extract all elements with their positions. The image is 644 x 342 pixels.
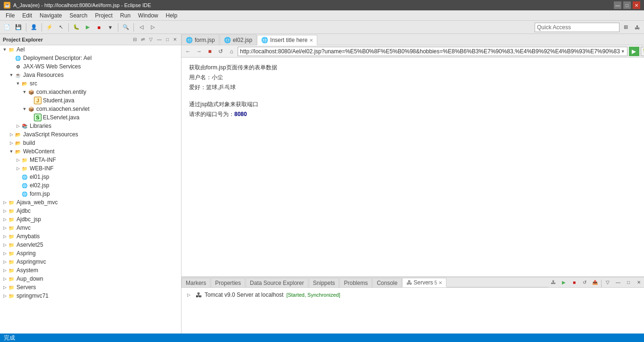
server-item[interactable]: ▷ 🖧 Tomcat v9.0 Server at localhost [Sta… (185, 290, 640, 300)
tree-item-aspring[interactable]: ▷📁Aspring (0, 249, 181, 258)
tree-item-springmvc71[interactable]: ▷📁springmvc71 (0, 292, 181, 300)
link-button[interactable]: ⇌ (140, 36, 146, 42)
bp-new-server-button[interactable]: 🖧 (548, 277, 559, 287)
tree-item-form[interactable]: 🌐form.jsp (0, 190, 181, 198)
panel-close-button[interactable]: ✕ (172, 36, 178, 42)
tree-toggle[interactable]: ▷ (2, 285, 8, 290)
tree-toggle[interactable]: ▷ (8, 132, 14, 137)
tree-toggle[interactable]: ▷ (8, 141, 14, 145)
tree-item-src[interactable]: ▼📂src (0, 79, 181, 88)
maximize-button[interactable]: □ (623, 1, 631, 9)
tree-item-libraries[interactable]: ▷📚Libraries (0, 122, 181, 130)
new-button[interactable]: 📄 (2, 22, 12, 33)
browser-forward-button[interactable]: → (194, 47, 204, 56)
tree-toggle[interactable]: ▼ (22, 90, 27, 94)
tree-item-elservlet[interactable]: SELServlet.java (0, 113, 181, 122)
menu-navigate[interactable]: Navigate (36, 11, 66, 20)
tree-toggle[interactable]: ▼ (15, 81, 21, 86)
tree-item-el01[interactable]: 🌐el01.jsp (0, 173, 181, 181)
bp-close-button[interactable]: ✕ (634, 277, 644, 287)
bp-stop-server-button[interactable]: ■ (569, 277, 579, 287)
browser-stop-button[interactable]: ■ (205, 47, 215, 56)
tree-item-ajdbc[interactable]: ▷📁Ajdbc (0, 207, 181, 215)
menu-window[interactable]: Window (134, 11, 162, 20)
tab-servers-close[interactable]: ✕ (438, 280, 442, 285)
tree-toggle[interactable]: ▷ (2, 268, 8, 273)
tree-toggle[interactable]: ▷ (15, 166, 21, 171)
bp-maximize-button[interactable]: □ (623, 277, 634, 287)
quick-access-input[interactable]: Quick Access (535, 23, 619, 32)
tree-item-deployment[interactable]: 🌐Deployment Descriptor: Ael (0, 54, 181, 62)
debug-button[interactable]: 🐛 (71, 22, 82, 33)
tree-item-aspringmvc[interactable]: ▷📁Aspringmvc (0, 258, 181, 266)
menu-project[interactable]: Project (91, 11, 116, 20)
perspective-button[interactable]: ⊞ (620, 22, 631, 33)
browser-back-button[interactable]: ← (183, 47, 193, 56)
tree-toggle[interactable]: ▷ (2, 209, 8, 213)
tree-item-javaresources[interactable]: ▼☕Java Resources (0, 71, 181, 79)
tree-item-jaxws[interactable]: ⚙JAX-WS Web Services (0, 62, 181, 71)
view-menu-button[interactable]: ▽ (148, 36, 154, 42)
tree-toggle[interactable]: ▼ (22, 107, 27, 111)
run-button[interactable]: ▶ (83, 22, 93, 33)
url-dropdown-button[interactable]: ▼ (621, 49, 625, 54)
menu-file[interactable]: File (2, 11, 18, 20)
tab-data-source[interactable]: Data Source Explorer (246, 278, 308, 287)
bp-restart-button[interactable]: ↺ (579, 277, 590, 287)
tree-toggle[interactable]: ▼ (8, 73, 14, 77)
tree-toggle[interactable]: ▷ (2, 242, 8, 247)
tree-item-build[interactable]: ▷📂build (0, 139, 181, 147)
panel-maximize-button[interactable]: □ (165, 36, 170, 42)
prev-button[interactable]: ◁ (136, 22, 147, 33)
user-button[interactable]: 👤 (29, 22, 39, 33)
tab-properties[interactable]: Properties (211, 278, 245, 287)
tab-form-jsp[interactable]: 🌐 form.jsp (182, 34, 219, 45)
search-toolbar-button[interactable]: 🔍 (121, 22, 131, 33)
next-button[interactable]: ▷ (148, 22, 158, 33)
tree-toggle[interactable]: ▷ (15, 124, 21, 128)
toggle-button[interactable]: ⚡ (44, 22, 55, 33)
tab-insert-title-close[interactable]: ✕ (309, 38, 313, 43)
project-tree[interactable]: ▼📁Ael 🌐Deployment Descriptor: Ael ⚙JAX-W… (0, 45, 181, 334)
tree-item-jsresources[interactable]: ▷📂JavaScript Resources (0, 130, 181, 139)
tab-problems[interactable]: Problems (339, 278, 372, 287)
tree-toggle[interactable]: ▷ (2, 225, 8, 230)
tree-item-metainf[interactable]: ▷📁META-INF (0, 156, 181, 164)
tree-toggle[interactable]: ▷ (2, 276, 8, 281)
bp-minimize-button[interactable]: — (613, 277, 623, 287)
tab-snippets[interactable]: Snippets (309, 278, 339, 287)
tree-toggle[interactable]: ▷ (2, 200, 8, 205)
tree-item-el02[interactable]: 🌐el02.jsp (0, 181, 181, 190)
close-button[interactable]: ✕ (633, 1, 640, 9)
tree-item-amybatis[interactable]: ▷📁Amybatis (0, 232, 181, 241)
bp-menu-button[interactable]: ▽ (603, 277, 613, 287)
tab-console[interactable]: Console (372, 278, 402, 287)
tree-item-com.xiaochen.entity[interactable]: ▼📦com.xiaochen.entity (0, 88, 181, 96)
save-button[interactable]: 💾 (13, 22, 24, 33)
menu-edit[interactable]: Edit (18, 11, 36, 20)
tree-item-webinf[interactable]: ▷📁WEB-INF (0, 164, 181, 173)
tree-item-student[interactable]: JStudent.java (0, 96, 181, 105)
tree-toggle[interactable]: ▷ (2, 217, 8, 222)
menu-help[interactable]: Help (162, 11, 182, 20)
tree-toggle[interactable]: ▷ (15, 158, 21, 162)
tree-item-asystem[interactable]: ▷📁Asystem (0, 266, 181, 275)
browser-debug-button[interactable]: 🐛 (641, 47, 644, 56)
browser-run-button[interactable]: ▶ (629, 47, 639, 56)
browser-home-button[interactable]: ⌂ (227, 47, 236, 56)
tree-item-amvc[interactable]: ▷📁Amvc (0, 224, 181, 232)
tree-item-servers[interactable]: ▷📁Servers (0, 283, 181, 292)
dropdown1-button[interactable]: ▼ (105, 22, 116, 33)
browser-refresh-button[interactable]: ↺ (216, 47, 225, 56)
tree-toggle[interactable]: ▷ (2, 234, 8, 239)
menu-search[interactable]: Search (66, 11, 91, 20)
collapse-all-button[interactable]: ⊟ (132, 36, 138, 42)
tab-markers[interactable]: Markers (182, 278, 210, 287)
panel-minimize-button[interactable]: — (156, 36, 163, 42)
bp-start-button[interactable]: ▶ (559, 277, 569, 287)
tree-toggle[interactable]: ▼ (2, 47, 8, 52)
bp-publish-button[interactable]: 📤 (590, 277, 600, 287)
tree-toggle[interactable]: ▼ (8, 149, 14, 154)
tree-item-ajdbc_jsp[interactable]: ▷📁Ajdbc_jsp (0, 215, 181, 224)
tree-item-webcontent[interactable]: ▼📂WebContent (0, 147, 181, 156)
